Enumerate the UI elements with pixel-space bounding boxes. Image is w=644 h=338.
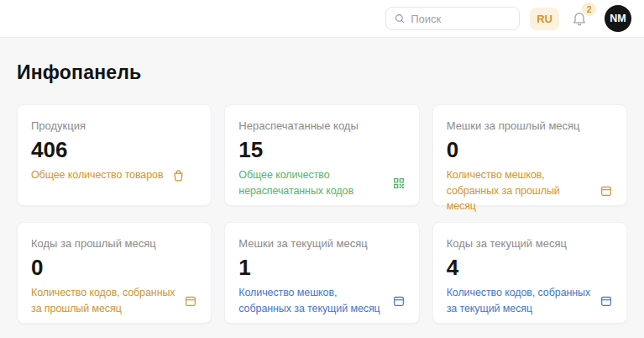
card-title: Нераспечатанные коды (238, 119, 405, 132)
card-codes-current-month: Коды за текущий месяц 4 Количество кодов… (432, 222, 627, 324)
card-description: Количество кодов, собранных за прошлый м… (31, 285, 175, 317)
card-title: Продукция (31, 119, 197, 132)
card-bags-current-month: Мешки за текущий месяц 1 Количество мешк… (224, 222, 419, 324)
card-title: Мешки за прошлый месяц (447, 119, 613, 132)
card-value: 1 (238, 256, 405, 281)
top-bar: RU 2 NM (0, 0, 644, 38)
card-description: Количество мешков, собранных за прошлый … (447, 167, 591, 214)
card-products: Продукция 406 Общее количество товаров (17, 104, 212, 206)
calendar-icon (599, 294, 613, 308)
calendar-icon (392, 294, 406, 308)
stats-grid: Продукция 406 Общее количество товаров Н… (0, 104, 644, 324)
card-title: Мешки за текущий месяц (238, 237, 405, 250)
notification-badge: 2 (581, 2, 597, 17)
card-value: 406 (31, 138, 197, 163)
card-value: 15 (238, 138, 405, 163)
calendar-icon (184, 294, 197, 308)
card-codes-last-month: Коды за прошлый месяц 0 Количество кодов… (17, 222, 212, 324)
card-title: Коды за прошлый месяц (31, 237, 197, 250)
card-description: Количество кодов, собранных за текущий м… (447, 285, 591, 317)
card-value: 4 (447, 256, 613, 281)
page-title: Инфопанель (17, 61, 627, 84)
card-bags-last-month: Мешки за прошлый месяц 0 Количество мешк… (432, 104, 627, 206)
search-input[interactable] (411, 13, 511, 25)
card-description: Общее количество нераспечатанных кодов (238, 167, 383, 199)
card-description: Количество мешков, собранных за текущий … (238, 285, 383, 317)
search-icon (394, 13, 406, 24)
card-unprinted-codes: Нераспечатанные коды 15 Общее количество… (224, 104, 419, 206)
shopping-bag-icon (171, 168, 186, 182)
language-button[interactable]: RU (530, 8, 559, 30)
card-title: Коды за текущий месяц (447, 237, 613, 250)
card-description: Общее количество товаров (31, 167, 163, 183)
qr-code-icon (392, 177, 406, 190)
search-box[interactable] (385, 7, 520, 30)
card-value: 0 (447, 138, 613, 163)
calendar-icon (599, 184, 613, 198)
notifications-button[interactable]: 2 (569, 8, 589, 29)
card-value: 0 (31, 256, 197, 281)
avatar[interactable]: NM (605, 5, 631, 32)
